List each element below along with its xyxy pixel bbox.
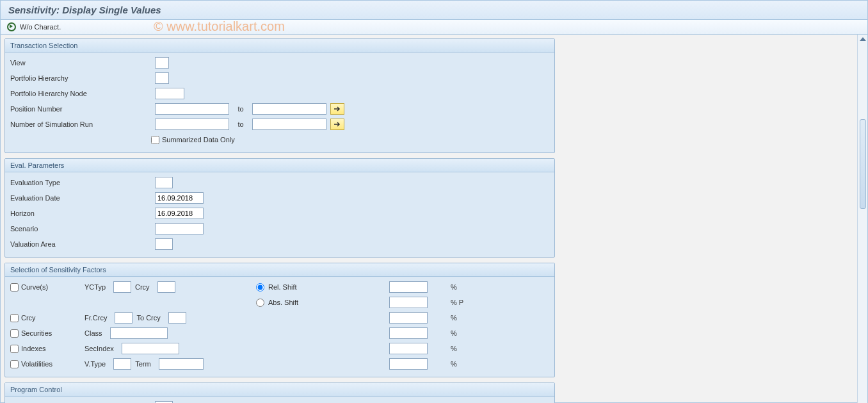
crcy-checkbox[interactable] [10,314,19,322]
label-term: Term [135,360,154,368]
label-pct: % [451,329,457,337]
group-title: Selection of Sensitivity Factors [5,263,554,277]
group-title: Program Control [5,383,554,397]
label-yctyp: YCTyp [84,283,109,291]
term-input[interactable] [159,358,204,370]
label-view: View [10,58,151,68]
view-input[interactable] [155,57,169,69]
securities-value-input[interactable] [389,327,428,339]
summarized-checkbox[interactable] [151,136,159,144]
sim-run-from-input[interactable] [155,119,229,130]
evaluation-date-input[interactable] [155,192,204,204]
label-pct: % [451,283,457,291]
label-pct-p: % P [451,299,463,306]
vtype-input[interactable] [113,358,131,370]
main-content: Transaction Selection View Portfolio Hie… [1,35,857,403]
page-title: Sensitivity: Display Single Values [1,1,867,20]
label-evaluation-type: Evaluation Type [10,177,151,188]
curves-checkbox[interactable] [10,283,19,292]
position-number-from-input[interactable] [155,103,229,115]
label-horizon: Horizon [10,208,151,218]
volatilities-value-input[interactable] [389,358,428,370]
group-title: Transaction Selection [5,39,554,53]
label-pct: % [451,345,457,352]
label-pct: % [451,314,457,322]
group-transaction-selection: Transaction Selection View Portfolio Hie… [4,38,555,153]
crcy-input[interactable] [157,281,175,293]
group-sensitivity-factors: Selection of Sensitivity Factors Curve(s… [4,263,555,377]
rel-shift-value-input[interactable] [389,281,428,293]
label-indexes: Indexes [21,345,46,352]
label-evaluation-date: Evaluation Date [10,193,151,203]
label-to: to [233,120,248,128]
to-crcy-input[interactable] [168,312,186,324]
portfolio-hierarchy-input[interactable] [155,72,169,84]
label-crcy: Crcy [135,283,154,291]
sim-run-to-input[interactable] [252,119,326,130]
application-toolbar: W/o Charact. © www.tutorialkart.com [1,20,867,35]
label-class: Class [84,329,106,337]
valuation-area-input[interactable] [155,238,173,250]
label-fr-crcy: Fr.Crcy [84,314,111,322]
volatilities-checkbox[interactable] [10,360,19,368]
label-curves: Curve(s) [21,283,48,291]
label-abs-shift: Abs. Shift [268,299,298,306]
label-securities: Securities [21,329,52,337]
label-pct: % [451,360,457,368]
label-portfolio-hierarchy-node: Portfolio Hierarchy Node [10,88,151,99]
execute-icon[interactable] [7,22,16,31]
label-summarized: Summarized Data Only [162,136,235,144]
indexes-checkbox[interactable] [10,345,19,353]
multi-select-button[interactable] [330,119,344,130]
label-vtype: V.Type [84,360,109,368]
label-crcy-opt: Crcy [21,314,36,322]
label-volatilities: Volatilities [21,360,52,368]
label-scenario: Scenario [10,224,151,234]
class-input[interactable] [110,327,168,339]
multi-select-arrow-icon [334,121,341,127]
label-valuation-area: Valuation Area [10,239,151,249]
portfolio-hierarchy-node-input[interactable] [155,88,184,99]
label-number-simulation-run: Number of Simulation Run [10,119,151,129]
label-secindex: SecIndex [84,345,118,352]
fr-crcy-input[interactable] [115,312,133,324]
evaluation-type-input[interactable] [155,177,173,188]
indexes-value-input[interactable] [389,343,428,354]
label-to-crcy: To Crcy [136,314,164,322]
abs-shift-radio[interactable] [256,299,264,307]
rel-shift-radio[interactable] [256,283,264,292]
label-position-number: Position Number [10,104,151,114]
label-rel-shift: Rel. Shift [268,283,297,291]
group-eval-parameters: Eval. Parameters Evaluation Type Evaluat… [4,158,555,258]
position-number-to-input[interactable] [252,103,326,115]
label-to: to [233,105,248,113]
scroll-thumb[interactable] [860,119,866,209]
label-portfolio-hierarchy: Portfolio Hierarchy [10,73,151,83]
scenario-input[interactable] [155,223,204,234]
abs-shift-value-input[interactable] [389,297,428,308]
secindex-input[interactable] [122,343,179,354]
watermark-text: © www.tutorialkart.com [154,19,285,34]
vertical-scrollbar[interactable] [857,35,867,403]
yctyp-input[interactable] [113,281,131,293]
group-program-control: Program Control Evaluation Currency [4,382,555,403]
scroll-up-icon[interactable] [860,37,866,41]
multi-select-arrow-icon [334,106,341,112]
multi-select-button[interactable] [330,103,344,115]
horizon-input[interactable] [155,208,204,219]
securities-checkbox[interactable] [10,329,19,338]
group-title: Eval. Parameters [5,159,554,172]
crcy-value-input[interactable] [389,312,428,324]
wo-charact-button[interactable]: W/o Charact. [20,23,61,31]
